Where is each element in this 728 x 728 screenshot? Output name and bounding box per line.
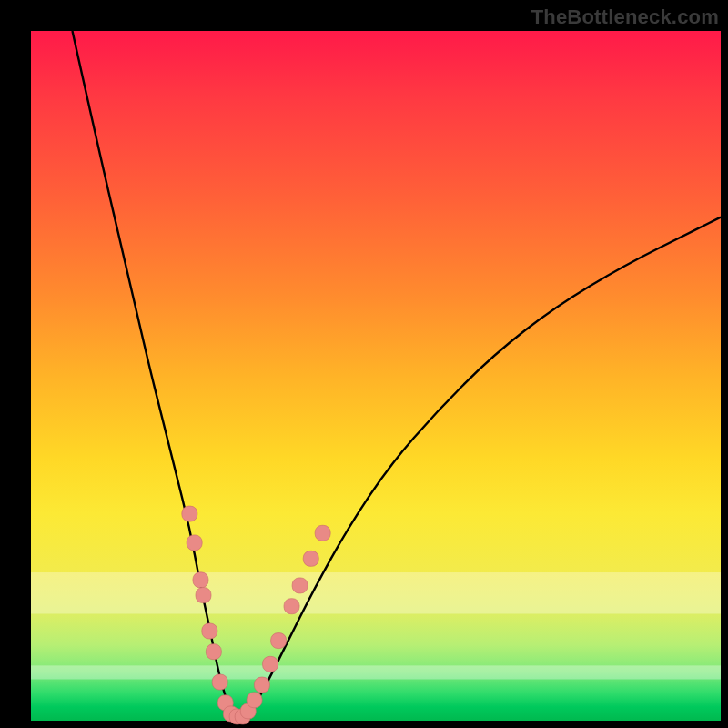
outer-frame: TheBottleneck.com bbox=[0, 0, 728, 728]
data-marker bbox=[212, 674, 228, 690]
data-marker bbox=[263, 656, 278, 672]
pale-band bbox=[31, 665, 721, 679]
watermark-text: TheBottleneck.com bbox=[531, 5, 719, 29]
pale-bands-group bbox=[31, 572, 721, 679]
data-marker bbox=[284, 599, 299, 614]
data-marker bbox=[315, 525, 330, 541]
plot-area bbox=[31, 31, 721, 721]
data-marker bbox=[193, 572, 208, 588]
data-marker bbox=[303, 551, 318, 566]
data-marker bbox=[196, 588, 211, 603]
data-marker bbox=[247, 693, 262, 708]
data-marker bbox=[292, 578, 308, 593]
chart-svg bbox=[31, 31, 721, 721]
data-marker bbox=[182, 506, 197, 521]
data-marker bbox=[187, 535, 202, 551]
markers-group bbox=[182, 506, 330, 724]
data-marker bbox=[254, 677, 269, 693]
data-marker bbox=[206, 644, 221, 660]
pale-band bbox=[31, 572, 721, 613]
data-marker bbox=[202, 623, 217, 639]
data-marker bbox=[271, 633, 287, 649]
